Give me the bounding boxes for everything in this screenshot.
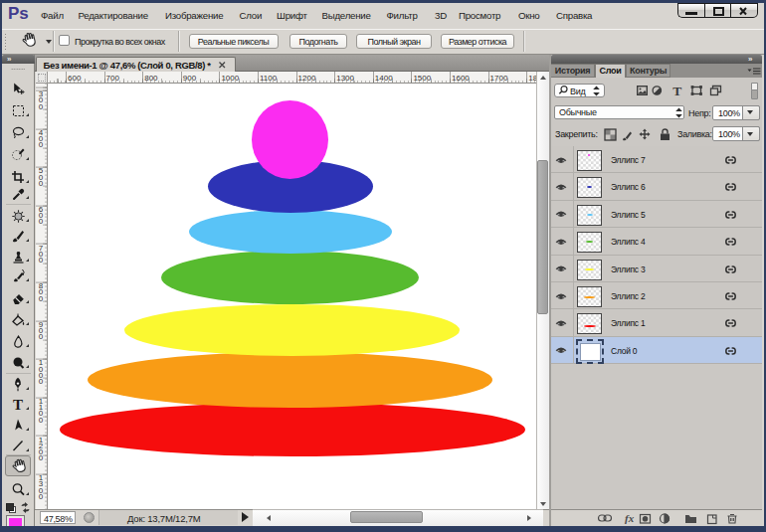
svg-text:T: T (672, 84, 681, 98)
svg-text:T: T (13, 397, 23, 413)
svg-text:fx: fx (625, 512, 635, 524)
